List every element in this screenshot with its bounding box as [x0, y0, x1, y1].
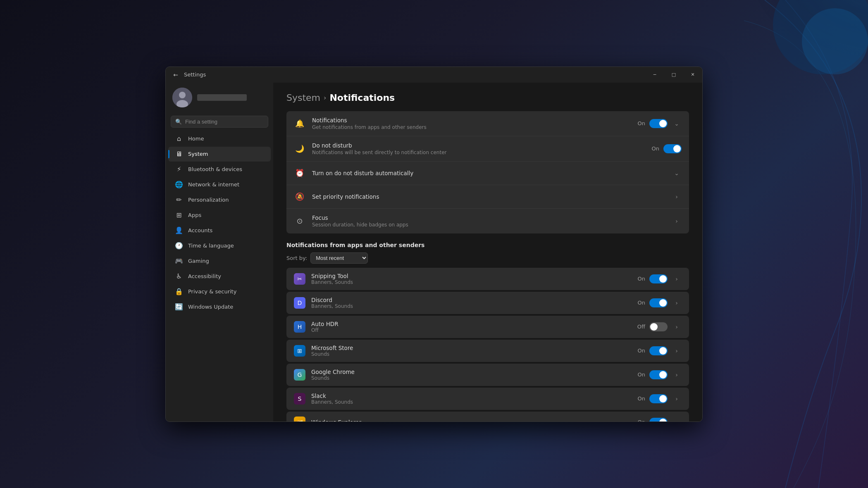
- app-control-autohdr: Off ›: [637, 322, 682, 332]
- search-icon: 🔍: [175, 119, 182, 125]
- back-button[interactable]: ←: [171, 70, 181, 80]
- app-row-discord[interactable]: D Discord Banners, Sounds On ›: [286, 292, 689, 314]
- app-control-discord: On ›: [638, 298, 682, 308]
- app-control-snipping: On ›: [638, 274, 682, 284]
- nav-icon-system: 🖥: [175, 150, 183, 158]
- nav-label-apps: Apps: [188, 212, 201, 218]
- app-toggle-store[interactable]: [649, 346, 668, 355]
- app-row-store[interactable]: ⊞ Microsoft Store Sounds On ›: [286, 340, 689, 362]
- sort-row: Sort by: Most recentNameMost notificatio…: [286, 252, 689, 264]
- svg-point-2: [802, 8, 868, 74]
- setting-row-auto-dnd[interactable]: ⏰ Turn on do not disturb automatically ⌄: [286, 161, 689, 185]
- sidebar-item-time[interactable]: 🕐 Time & language: [168, 238, 271, 253]
- content-area: System › Notifications 🔔 Notifications G…: [273, 83, 702, 421]
- app-name-store: Microsoft Store: [311, 345, 632, 351]
- nav-label-personalization: Personalization: [188, 197, 229, 203]
- setting-row-priority[interactable]: 🔕 Set priority notifications ›: [286, 185, 689, 208]
- app-card-autohdr: H Auto HDR Off Off ›: [286, 316, 689, 338]
- user-section: [166, 83, 273, 114]
- app-chevron-autohdr[interactable]: ›: [672, 322, 682, 332]
- app-control-store: On ›: [638, 346, 682, 356]
- sidebar-item-apps[interactable]: ⊞ Apps: [168, 208, 271, 223]
- app-row-snipping[interactable]: ✂ Snipping Tool Banners, Sounds On ›: [286, 268, 689, 290]
- nav-label-accounts: Accounts: [188, 227, 212, 233]
- app-name-chrome: Google Chrome: [311, 369, 632, 375]
- nav-container: ⌂ Home 🖥 System ⚡ Bluetooth & devices 🌐 …: [166, 131, 273, 315]
- app-chevron-store[interactable]: ›: [672, 346, 682, 356]
- app-row-slack[interactable]: S Slack Banners, Sounds On ›: [286, 388, 689, 410]
- app-toggle-slack[interactable]: [649, 394, 668, 403]
- app-toggle-explorer[interactable]: [649, 418, 668, 421]
- app-chevron-snipping[interactable]: ›: [672, 274, 682, 284]
- toggle-label-do-not-disturb: On: [652, 145, 659, 152]
- toggle-thumb-do-not-disturb: [673, 145, 681, 152]
- sidebar-item-home[interactable]: ⌂ Home: [168, 131, 271, 146]
- minimize-button[interactable]: ─: [645, 67, 664, 83]
- app-toggle-label-chrome: On: [638, 371, 645, 378]
- toggle-do-not-disturb[interactable]: [663, 144, 682, 153]
- app-chevron-discord[interactable]: ›: [672, 298, 682, 308]
- app-card-snipping: ✂ Snipping Tool Banners, Sounds On ›: [286, 268, 689, 290]
- sidebar-item-accounts[interactable]: 👤 Accounts: [168, 223, 271, 238]
- close-button[interactable]: ✕: [683, 67, 702, 83]
- chevron-focus[interactable]: ›: [672, 216, 682, 226]
- app-toggle-discord[interactable]: [649, 298, 668, 307]
- app-icon-explorer: 📁: [294, 417, 305, 421]
- setting-row-focus[interactable]: ⊙ Focus Session duration, hide badges on…: [286, 208, 689, 233]
- app-sub-slack: Banners, Sounds: [311, 399, 632, 405]
- search-box[interactable]: 🔍: [171, 116, 268, 128]
- app-control-explorer: On ›: [638, 417, 682, 421]
- app-control-chrome: On ›: [638, 370, 682, 380]
- app-toggle-snipping[interactable]: [649, 274, 668, 283]
- setting-row-do-not-disturb[interactable]: 🌙 Do not disturb Notifications will be s…: [286, 136, 689, 161]
- sidebar-item-gaming[interactable]: 🎮 Gaming: [168, 254, 271, 269]
- app-name-slack: Slack: [311, 393, 632, 399]
- sidebar-item-network[interactable]: 🌐 Network & internet: [168, 177, 271, 192]
- app-chevron-explorer[interactable]: ›: [672, 417, 682, 421]
- nav-icon-apps: ⊞: [175, 211, 183, 219]
- nav-icon-network: 🌐: [175, 181, 183, 189]
- app-row-chrome[interactable]: G Google Chrome Sounds On ›: [286, 364, 689, 386]
- app-row-autohdr[interactable]: H Auto HDR Off Off ›: [286, 316, 689, 338]
- app-chevron-slack[interactable]: ›: [672, 394, 682, 404]
- app-toggle-label-explorer: On: [638, 419, 645, 421]
- setting-desc-notifications: Get notifications from apps and other se…: [312, 124, 631, 130]
- nav-label-accessibility: Accessibility: [188, 273, 221, 279]
- sidebar-item-update[interactable]: 🔄 Windows Update: [168, 300, 271, 314]
- nav-label-update: Windows Update: [188, 304, 233, 310]
- app-toggle-label-slack: On: [638, 395, 645, 402]
- setting-label-auto-dnd: Turn on do not disturb automatically: [312, 170, 665, 176]
- app-row-explorer[interactable]: 📁 Windows Explorer On ›: [286, 412, 689, 421]
- nav-icon-home: ⌂: [175, 135, 183, 143]
- sidebar-item-privacy[interactable]: 🔒 Privacy & security: [168, 284, 271, 299]
- search-input[interactable]: [185, 119, 264, 125]
- app-icon-chrome: G: [294, 369, 305, 381]
- nav-icon-bluetooth: ⚡: [175, 165, 183, 174]
- setting-control-notifications: On ⌄: [638, 119, 682, 129]
- sidebar-item-accessibility[interactable]: ♿ Accessibility: [168, 269, 271, 284]
- sidebar-item-personalization[interactable]: ✏ Personalization: [168, 193, 271, 207]
- app-toggle-label-store: On: [638, 348, 645, 354]
- app-icon-slack: S: [294, 393, 305, 405]
- app-chevron-chrome[interactable]: ›: [672, 370, 682, 380]
- sidebar-item-bluetooth[interactable]: ⚡ Bluetooth & devices: [168, 162, 271, 177]
- app-sub-store: Sounds: [311, 351, 632, 357]
- chevron-notifications[interactable]: ⌄: [672, 119, 682, 129]
- chevron-priority[interactable]: ›: [672, 192, 682, 202]
- toggle-notifications[interactable]: [649, 119, 668, 128]
- app-control-slack: On ›: [638, 394, 682, 404]
- chevron-auto-dnd[interactable]: ⌄: [672, 168, 682, 178]
- user-name: [197, 94, 247, 101]
- sidebar-item-system[interactable]: 🖥 System: [168, 147, 271, 162]
- app-name-discord: Discord: [311, 297, 632, 303]
- app-icon-snipping: ✂: [294, 273, 305, 285]
- sort-select[interactable]: Most recentNameMost notifications: [310, 252, 368, 264]
- setting-desc-do-not-disturb: Notifications will be sent directly to n…: [312, 150, 645, 155]
- app-toggle-autohdr[interactable]: [649, 322, 668, 331]
- setting-row-notifications[interactable]: 🔔 Notifications Get notifications from a…: [286, 111, 689, 136]
- app-card-store: ⊞ Microsoft Store Sounds On ›: [286, 340, 689, 362]
- nav-icon-personalization: ✏: [175, 196, 183, 204]
- avatar[interactable]: [172, 88, 192, 107]
- maximize-button[interactable]: □: [664, 67, 683, 83]
- app-toggle-chrome[interactable]: [649, 370, 668, 379]
